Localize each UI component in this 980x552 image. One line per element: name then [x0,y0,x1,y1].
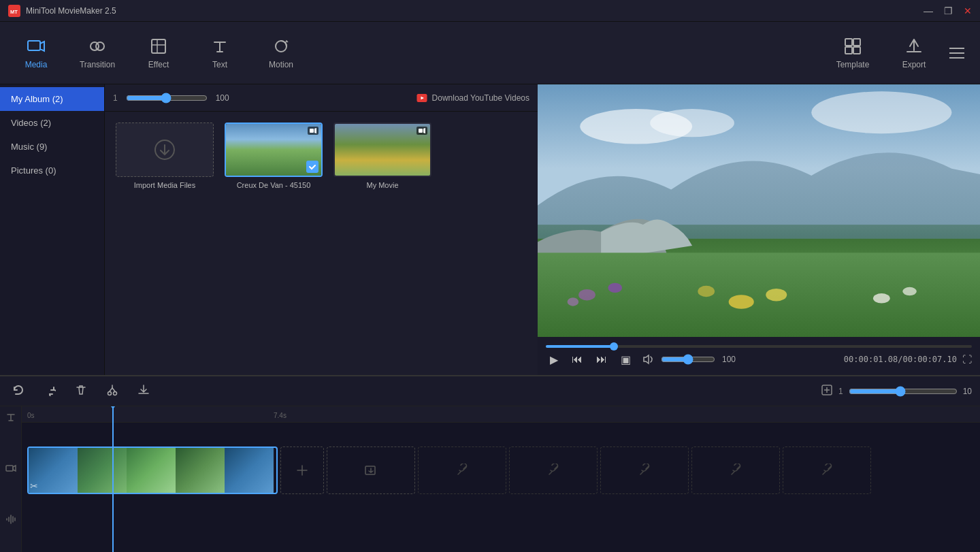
tl-add-icon [821,384,833,398]
creux-thumb[interactable] [225,123,323,177]
timeline-body: 0s 7.4s ✂ [0,406,980,552]
maximize-button[interactable]: ❐ [944,5,953,16]
template-icon [843,37,862,56]
sidebar-item-album[interactable]: My Album (2) [0,87,104,111]
cut-icon [106,384,118,396]
undo-icon [12,384,24,396]
transition-label: Transition [80,60,115,69]
download-youtube-button[interactable]: Download YouTube Videos [416,92,529,104]
playhead[interactable] [112,406,114,552]
timeline: 1 10 [0,375,980,552]
ruler-7s: 7.4s [274,412,287,419]
toolbar-text[interactable]: Text [189,26,250,80]
play-button[interactable]: ▶ [546,352,562,368]
text-track-icon [5,412,16,425]
svg-point-25 [568,297,578,306]
toolbar-motion[interactable]: Motion [250,26,312,80]
minimize-button[interactable]: — [924,5,933,16]
import-slot[interactable] [327,447,415,494]
redo-button[interactable] [39,381,60,402]
import-slot-icon [363,463,378,478]
media-label: Media [25,60,48,69]
zoom-slider[interactable] [126,93,208,103]
timeline-ruler: 0s 7.4s [22,406,980,423]
undo-button[interactable] [8,381,29,402]
delete-button[interactable] [71,381,91,402]
audio-track-icon [5,514,16,527]
title-bar-controls: — ❐ ✕ [924,5,972,16]
tl-zoom-min-label: 1 [838,387,843,396]
svg-point-28 [698,286,715,297]
svg-text:MT: MT [10,8,18,14]
svg-marker-15 [314,128,316,133]
svg-rect-7 [845,39,852,46]
svg-rect-22 [538,253,980,337]
redo-icon [44,384,56,396]
controls-row: ▶ ⏮ ⏭ ▣ 100 00:00:01.08/00:00:07.10 ⛶ [546,352,972,368]
volume-icon [642,353,654,366]
media-item-creux[interactable]: Creux De Van - 45150 [225,123,323,189]
media-item-mymovie[interactable]: My Movie [333,123,431,189]
youtube-icon [416,92,428,104]
transition-slot-1[interactable] [280,447,324,494]
sidebar: My Album (2) Videos (2) Music (9) Pictur… [0,84,105,375]
app-logo-icon: MT [8,5,20,17]
video-track: ✂ [22,443,980,498]
crop-button[interactable]: ▣ [617,352,635,368]
toolbar-template[interactable]: Template [822,26,883,80]
toolbar-transition[interactable]: Transition [67,26,128,80]
preview-panel: ▶ ⏮ ⏭ ▣ 100 00:00:01.08/00:00:07.10 ⛶ [538,84,980,375]
fullscreen-button[interactable]: ⛶ [962,354,972,365]
effect-icon [149,37,168,56]
empty-slot-2 [509,447,598,494]
volume-value: 100 [722,355,736,364]
progress-handle[interactable] [610,342,618,351]
audio-track [22,498,980,538]
video-track-icon-svg [5,463,16,474]
svg-point-4 [96,42,104,50]
download-media-button[interactable] [133,381,154,402]
frame-5 [225,448,274,493]
menu-button[interactable] [945,41,969,65]
progress-bar[interactable] [546,345,972,348]
sidebar-item-music[interactable]: Music (9) [0,135,104,159]
toolbar-effect[interactable]: Effect [128,26,189,80]
sidebar-item-pictures[interactable]: Pictures (0) [0,159,104,182]
link-icon-1 [455,464,469,477]
svg-rect-16 [419,129,423,133]
step-back-button[interactable]: ⏮ [568,352,587,367]
toolbar-media[interactable]: Media [5,26,67,80]
sidebar-item-videos[interactable]: Videos (2) [0,111,104,135]
mymovie-label: My Movie [366,181,398,189]
transition-slot-icon [295,463,310,478]
frame-2 [78,448,127,493]
cut-button[interactable] [102,381,122,402]
step-forward-button[interactable]: ⏭ [592,352,611,367]
import-thumb[interactable] [116,123,214,177]
frame-4 [176,448,225,493]
video-clip[interactable]: ✂ [27,447,278,494]
download-yt-label: Download YouTube Videos [432,93,529,103]
svg-rect-14 [310,129,314,133]
volume-slider[interactable] [661,354,715,365]
svg-point-26 [729,295,754,309]
svg-point-29 [873,293,890,303]
template-label: Template [836,60,870,69]
svg-point-31 [108,391,112,395]
svg-rect-9 [845,47,852,54]
delete-icon [75,384,87,396]
svg-marker-17 [423,128,425,133]
toolbar-export[interactable]: Export [883,26,945,80]
mymovie-video-badge [416,127,427,135]
svg-rect-5 [152,39,165,53]
text-track-icon-svg [5,412,16,423]
close-button[interactable]: ✕ [964,5,972,16]
svg-rect-34 [6,466,13,471]
timeline-zoom-slider[interactable] [849,386,958,397]
audio-track-icon-svg [5,514,16,525]
video-badge [308,127,318,135]
mymovie-thumb[interactable] [333,123,431,177]
import-media-item[interactable]: Import Media Files [116,123,214,189]
svg-point-20 [650,109,734,137]
preview-landscape-svg [538,84,980,337]
